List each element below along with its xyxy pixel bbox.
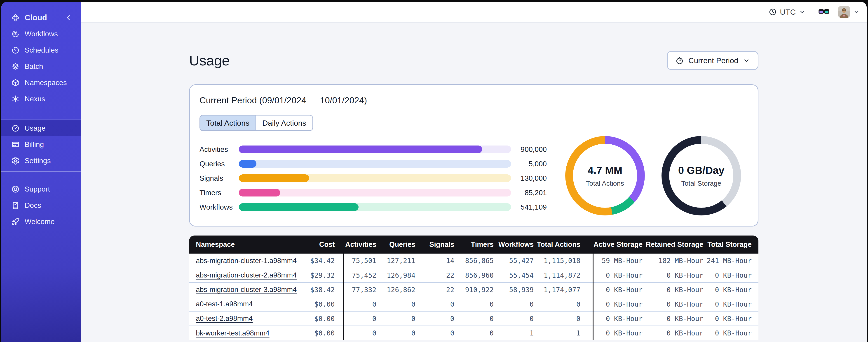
avatar (838, 6, 850, 18)
sidebar-item-workflows[interactable]: Workflows (1, 26, 81, 42)
value-cell: 0 KB-Hour (707, 268, 758, 282)
value-cell: 0 KB-Hour (593, 268, 646, 282)
donut-value: 4.7 MM (588, 164, 622, 176)
sidebar-item-welcome[interactable]: Welcome (1, 213, 81, 230)
value-cell: 0 KB-Hour (707, 326, 758, 340)
value-cell: 22 (418, 282, 457, 297)
tab-daily-actions[interactable]: Daily Actions (255, 115, 312, 130)
billing-icon (11, 140, 20, 149)
chevron-down-icon (743, 57, 750, 64)
column-header-cost: Cost (305, 236, 344, 253)
value-cell: 0 KB-Hour (707, 282, 758, 297)
actions-tabs: Total Actions Daily Actions (199, 115, 313, 131)
value-cell: 1,174,077 (537, 282, 593, 297)
sidebar-item-label: Settings (25, 157, 51, 165)
value-cell: 0 KB-Hour (646, 297, 707, 311)
sidebar-item-usage[interactable]: Usage (1, 120, 81, 136)
donut-value: 0 GB/Day (678, 164, 724, 176)
sidebar-item-label: Nexus (25, 95, 45, 103)
value-cell: 0 (344, 326, 379, 340)
sidebar-item-label: Batch (25, 62, 43, 71)
column-header-timers: Timers (458, 236, 497, 253)
value-cell: 55,454 (497, 268, 537, 282)
namespace-cell: a0-test-1.a98mm4 (189, 297, 305, 311)
sidebar-item-schedules[interactable]: Schedules (1, 42, 81, 58)
value-cell: 0 KB-Hour (646, 311, 707, 326)
bar-label: Queries (199, 160, 239, 168)
clock-icon (769, 8, 777, 16)
tab-total-actions[interactable]: Total Actions (200, 115, 255, 130)
value-cell: 182 MB-Hour (646, 253, 707, 268)
value-cell: 0 (497, 297, 537, 311)
usage-icon (11, 124, 20, 132)
table-row: a0-test-2.a98mm4$0.000000000 KB-Hour0 KB… (189, 311, 758, 326)
namespace-link[interactable]: abs-migration-cluster-3.a98mm4 (196, 285, 297, 294)
value-cell: 0 (344, 311, 379, 326)
sidebar-item-nexus[interactable]: Nexus (1, 91, 81, 107)
glasses-icon (818, 8, 830, 16)
value-cell: 0 (537, 297, 593, 311)
workflows-icon (11, 30, 20, 38)
sidebar-item-label: Workflows (25, 30, 58, 38)
sidebar-item-label: Billing (25, 140, 44, 149)
sidebar-item-docs[interactable]: Docs (1, 197, 81, 213)
sidebar-item-settings[interactable]: Settings (1, 152, 81, 169)
namespace-link[interactable]: a0-test-2.a98mm4 (196, 314, 253, 322)
bar-row-timers: Timers85,201 (199, 189, 547, 197)
stopwatch-icon (675, 56, 684, 65)
value-cell: 856,865 (458, 253, 497, 268)
sidebar-item-billing[interactable]: Billing (1, 136, 81, 152)
bar-fill (239, 145, 482, 153)
namespace-link[interactable]: abs-migration-cluster-1.a98mm4 (196, 257, 297, 265)
value-cell: 0 (418, 297, 457, 311)
sidebar-item-batch[interactable]: Batch (1, 58, 81, 74)
table-row: abs-migration-cluster-3.a98mm4$38.4277,3… (189, 282, 758, 297)
value-cell: 75,452 (344, 268, 379, 282)
bar-track (239, 203, 511, 211)
value-cell: $38.42 (305, 282, 344, 297)
namespace-link[interactable]: abs-migration-cluster-2.a98mm4 (196, 271, 297, 279)
main-area: UTC (81, 2, 867, 342)
table-row: a0-test-1.a98mm4$0.000000000 KB-Hour0 KB… (189, 297, 758, 311)
table-body: abs-migration-cluster-1.a98mm4$34.4275,5… (189, 253, 758, 340)
donut-total-storage: 0 GB/DayTotal Storage (661, 136, 741, 215)
value-cell: 0 KB-Hour (646, 268, 707, 282)
bar-row-queries: Queries5,000 (199, 160, 547, 168)
timezone-selector[interactable]: UTC (769, 8, 806, 16)
bar-label: Workflows (199, 203, 239, 211)
namespace-cell: abs-migration-cluster-2.a98mm4 (189, 268, 305, 282)
sidebar-item-namespaces[interactable]: Namespaces (1, 74, 81, 91)
value-cell: $0.00 (305, 326, 344, 340)
dev-mode-glasses-button[interactable] (818, 8, 830, 16)
value-cell: 0 (418, 326, 457, 340)
actions-bar-chart: Activities900,000Queries5,000Signals130,… (199, 145, 547, 215)
timezone-label: UTC (780, 8, 796, 16)
namespace-usage-table: NamespaceCostActivitiesQueriesSignalsTim… (189, 236, 758, 340)
column-header-queries: Queries (379, 236, 418, 253)
account-menu-button[interactable] (838, 6, 860, 18)
value-cell: 59 MB-Hour (593, 253, 646, 268)
usage-donuts: 4.7 MMTotal Actions0 GB/DayTotal Storage (565, 136, 741, 215)
page-header: Usage Current Period (189, 51, 758, 70)
bar-value: 900,000 (511, 145, 547, 153)
table-row: bk-worker-test.a98mm4$0.000000110 KB-Hou… (189, 326, 758, 340)
value-cell: 1 (537, 326, 593, 340)
sidebar-item-support[interactable]: Support (1, 181, 81, 197)
value-cell: 0 KB-Hour (593, 297, 646, 311)
value-cell: 0 (379, 311, 418, 326)
namespace-link[interactable]: a0-test-1.a98mm4 (196, 300, 253, 308)
sidebar-nav: WorkflowsSchedulesBatchNamespacesNexus U… (1, 26, 81, 230)
collapse-sidebar-button[interactable] (65, 14, 72, 21)
value-cell: 58,939 (497, 282, 537, 297)
bar-fill (239, 203, 359, 211)
topbar: UTC (81, 2, 867, 23)
nexus-icon (11, 95, 20, 103)
namespace-link[interactable]: bk-worker-test.a98mm4 (196, 329, 270, 337)
chevron-down-icon (799, 8, 806, 15)
period-selector-button[interactable]: Current Period (667, 51, 758, 70)
donut-center: 0 GB/DayTotal Storage (661, 136, 741, 215)
value-cell: 127,211 (379, 253, 418, 268)
bar-label: Timers (199, 189, 239, 197)
sidebar-section-account: UsageBillingSettings (1, 120, 81, 169)
namespace-cell: abs-migration-cluster-3.a98mm4 (189, 282, 305, 297)
